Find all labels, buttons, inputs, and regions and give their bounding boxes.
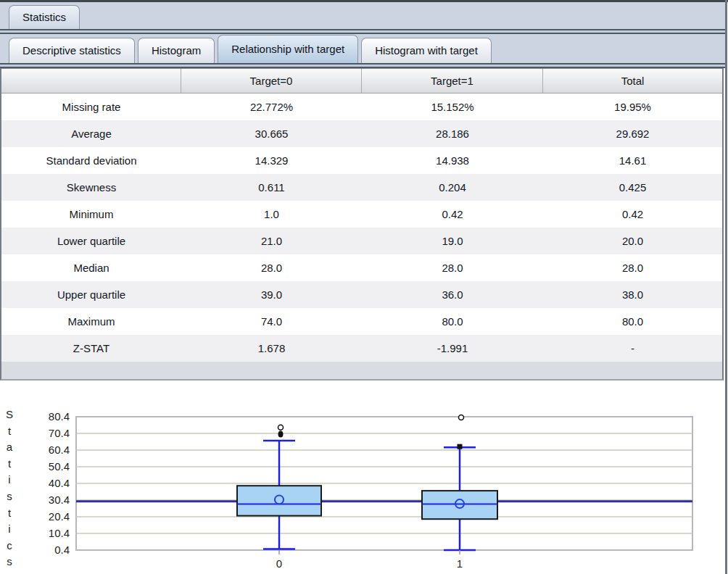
table-row-z-stat: Z-STAT1.678-1.991- xyxy=(1,335,722,362)
header-cell-row-label xyxy=(1,69,181,93)
row-label: Maximum xyxy=(1,308,181,335)
subtab-descriptive-statistics[interactable]: Descriptive statistics xyxy=(9,38,135,63)
row-label: Missing rate xyxy=(1,93,181,120)
y-tick-label: 40.4 xyxy=(49,477,70,489)
table-row-standard-deviation: Standard deviation14.32914.93814.61 xyxy=(1,147,722,174)
cell: 22.772% xyxy=(181,93,362,120)
cell: 30.665 xyxy=(181,120,362,147)
cell: 21.0 xyxy=(181,228,362,254)
separator xyxy=(0,63,725,68)
x-category-label: 1 xyxy=(457,557,463,570)
cell: 0.204 xyxy=(362,174,543,201)
cell: 0.425 xyxy=(543,174,722,201)
cell: 29.692 xyxy=(543,120,722,147)
cell: 14.938 xyxy=(362,147,543,174)
outlier-open-circle xyxy=(278,425,284,430)
cell: 38.0 xyxy=(543,281,722,308)
cell: 19.0 xyxy=(362,228,543,254)
subtab-histogram-with-target[interactable]: Histogram with target xyxy=(361,38,492,63)
table-row-missing-rate: Missing rate22.772%15.152%19.95% xyxy=(1,93,722,120)
cell: 15.152% xyxy=(362,93,543,120)
table-footer-strip xyxy=(0,362,724,380)
row-label: Standard deviation xyxy=(1,147,181,174)
outlier-filled-dot xyxy=(278,430,284,437)
boxplot-svg: 0.410.420.430.440.450.460.470.480.401 xyxy=(0,380,728,574)
header-cell-target-0: Target=0 xyxy=(181,69,362,93)
row-label: Minimum xyxy=(1,201,181,228)
y-tick-label: 50.4 xyxy=(49,460,70,473)
subtab-histogram[interactable]: Histogram xyxy=(138,38,215,63)
cell: -1.991 xyxy=(362,335,543,362)
cell: 28.0 xyxy=(362,254,543,281)
cell: - xyxy=(543,335,722,362)
row-label: Upper quartile xyxy=(1,281,181,308)
cell: 0.611 xyxy=(181,174,362,201)
y-tick-label: 70.4 xyxy=(49,427,70,439)
cell: 14.329 xyxy=(181,147,362,174)
window-right-border xyxy=(725,0,727,574)
cell: 20.0 xyxy=(543,228,722,254)
y-tick-label: 60.4 xyxy=(49,444,70,456)
table-row-average: Average30.66528.18629.692 xyxy=(1,120,722,147)
y-tick-label: 80.4 xyxy=(49,410,70,423)
cell: 80.0 xyxy=(543,308,722,335)
cell: 36.0 xyxy=(362,281,543,308)
cell: 14.61 xyxy=(543,147,722,174)
header-cell-total: Total xyxy=(543,69,722,93)
outlier-filled-square xyxy=(458,444,463,449)
cell: 28.0 xyxy=(543,254,722,281)
separator xyxy=(0,29,725,34)
row-label: Skewness xyxy=(1,174,181,201)
cell: 80.0 xyxy=(362,308,543,335)
table-row-lower-quartile: Lower quartile21.019.020.0 xyxy=(1,228,722,254)
cell: 1.0 xyxy=(181,201,362,228)
tab-statistics[interactable]: Statistics xyxy=(9,5,80,29)
subtab-relationship-with-target[interactable]: Relationship with target xyxy=(218,35,358,63)
cell: 28.186 xyxy=(362,120,543,147)
row-label: Average xyxy=(1,120,181,147)
table-row-upper-quartile: Upper quartile39.036.038.0 xyxy=(1,281,722,308)
cell: 0.42 xyxy=(362,201,543,228)
main-tab-bar: Statistics xyxy=(0,2,725,29)
y-tick-label: 0.4 xyxy=(54,544,70,556)
table-header: Target=0Target=1Total xyxy=(1,68,722,93)
row-label: Lower quartile xyxy=(1,228,181,254)
y-tick-label: 20.4 xyxy=(49,510,70,523)
table-body: Missing rate22.772%15.152%19.95%Average3… xyxy=(1,93,722,362)
y-tick-label: 30.4 xyxy=(49,494,70,506)
outlier-open-circle xyxy=(459,415,464,420)
cell: 0.42 xyxy=(543,201,722,228)
row-label: Median xyxy=(1,254,181,281)
table-row-minimum: Minimum1.00.420.42 xyxy=(1,201,722,228)
box xyxy=(237,486,321,515)
statistics-panel: Statistics Descriptive statisticsHistogr… xyxy=(0,0,728,574)
x-category-label: 0 xyxy=(276,557,282,570)
cell: 39.0 xyxy=(181,281,362,308)
cell: 1.678 xyxy=(181,335,362,362)
y-tick-label: 10.4 xyxy=(49,527,70,539)
table-row-skewness: Skewness0.6110.2040.425 xyxy=(1,174,722,201)
cell: 74.0 xyxy=(181,308,362,335)
table-row-maximum: Maximum74.080.080.0 xyxy=(1,308,722,335)
table-row-median: Median28.028.028.0 xyxy=(1,254,722,281)
cell: 28.0 xyxy=(181,254,362,281)
sub-tab-bar: Descriptive statisticsHistogramRelations… xyxy=(0,34,725,63)
boxplot-chart: S t a t i s t i c s 0.410.420.430.440.45… xyxy=(0,380,728,574)
statistics-table: Target=0Target=1Total Missing rate22.772… xyxy=(0,68,724,362)
cell: 19.95% xyxy=(543,93,722,120)
header-cell-target-1: Target=1 xyxy=(362,69,543,93)
row-label: Z-STAT xyxy=(1,335,181,362)
box xyxy=(422,491,497,519)
